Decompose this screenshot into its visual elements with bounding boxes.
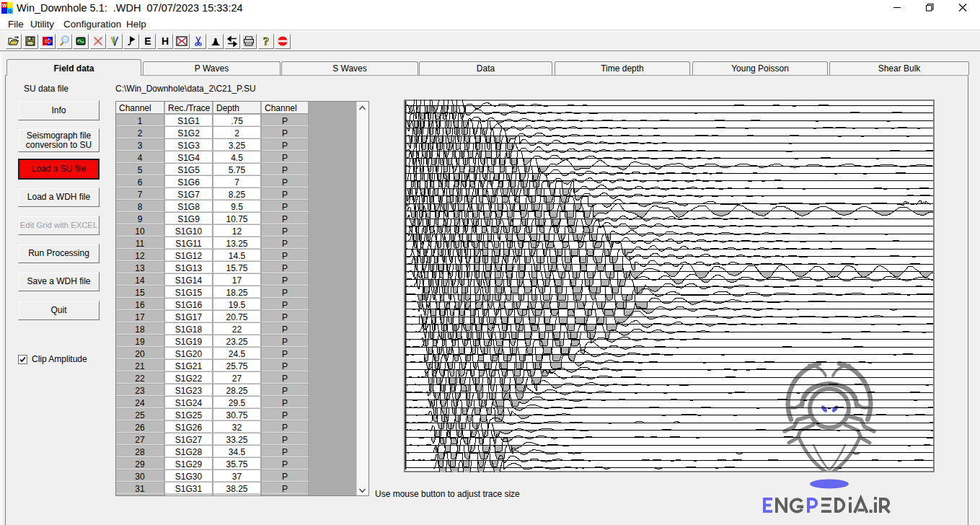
svg-text:E: E — [145, 35, 151, 47]
svg-text:H: H — [162, 35, 169, 47]
svg-text:?: ? — [262, 35, 269, 47]
svg-text:G: G — [8, 9, 12, 14]
svg-text:W: W — [2, 3, 7, 8]
